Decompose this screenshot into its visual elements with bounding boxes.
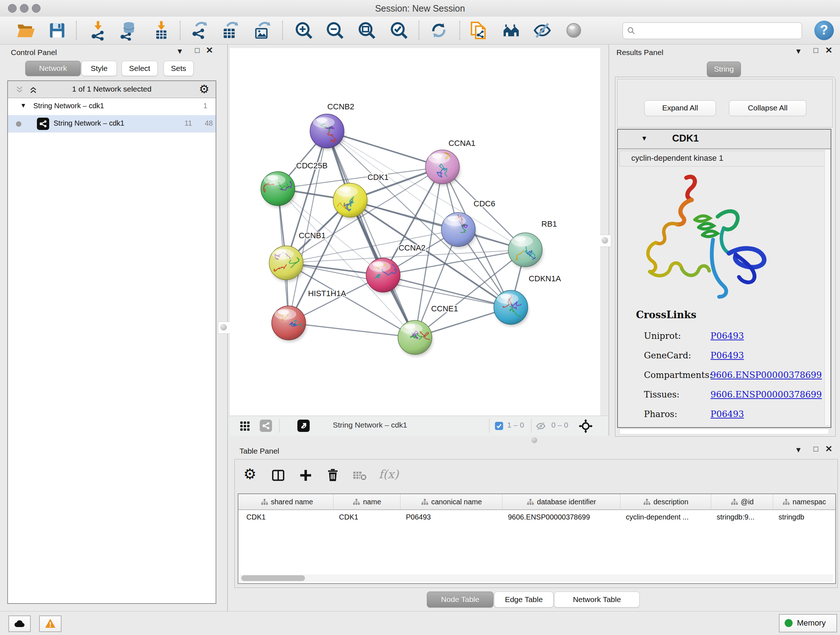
network-edge[interactable] [289,323,415,337]
network-node-hist1h1a[interactable]: HIST1H1A [272,289,346,342]
crosslink-pharos-link[interactable]: P06493 [711,409,744,419]
column-header--id[interactable]: @id [711,494,773,509]
selected-checkbox-icon[interactable] [494,421,504,431]
results-panel-float-icon[interactable]: □ [810,46,821,55]
horizontal-splitter[interactable] [230,435,840,445]
network-collection-count: 1 [203,102,207,110]
tab-node-table[interactable]: Node Table [427,592,493,608]
network-share-view-icon[interactable] [260,420,272,432]
network-node-ccne1[interactable]: CCNE1 [398,304,458,356]
zoom-in-icon[interactable] [294,20,314,41]
birds-eye-view-icon[interactable] [578,418,593,434]
open-session-icon[interactable] [15,20,35,41]
gene-header-row[interactable]: ▼ CDK1 [618,130,831,149]
column-header-namespac[interactable]: namespac [773,494,835,509]
help-icon[interactable]: ? [814,21,834,40]
table-panel-menu-icon[interactable]: ▾ [793,445,804,455]
results-panel-close-icon[interactable]: ✕ [823,45,834,55]
tree-expander-icon[interactable]: ▼ [20,102,27,109]
control-panel-float-icon[interactable]: □ [192,46,202,55]
delete-column-icon[interactable] [325,467,340,483]
table-cell[interactable]: stringdb [778,509,834,529]
create-column-icon[interactable] [298,468,313,483]
warning-status-button[interactable] [39,616,62,632]
crosslink-genecard-link[interactable]: P06493 [711,350,744,361]
tab-edge-table[interactable]: Edge Table [494,592,554,608]
table-options-gear-icon[interactable]: ⚙ [243,468,256,480]
save-session-icon[interactable] [47,20,67,41]
tab-string-results[interactable]: String [707,62,741,77]
network-node-cdc25b[interactable]: CDC25B [261,161,327,207]
crosslink-tissues-link[interactable]: 9606.ENSP00000378699 [711,390,822,400]
table-scrollbar-thumb[interactable] [241,575,305,581]
table-panel-float-icon[interactable]: □ [810,445,821,453]
column-header-description[interactable]: description [620,494,711,509]
crosslink-compartments-link[interactable]: 9606.ENSP00000378699 [711,370,822,380]
control-panel-menu-icon[interactable]: ▾ [174,46,185,56]
network-edge[interactable] [383,275,511,307]
expand-all-button[interactable]: Expand All [644,100,716,116]
column-header-label: shared name [271,498,313,506]
import-network-database-icon[interactable] [118,20,138,41]
column-header-canonical-name[interactable]: canonical name [400,494,502,509]
table-cell[interactable]: 9606.ENSP00000378699 [508,509,619,529]
search-input[interactable] [639,24,797,36]
tab-network-table[interactable]: Network Table [554,592,639,608]
network-tree-root-row[interactable]: ▼ String Network – cdk1 1 [8,98,216,115]
grid-view-icon[interactable] [239,420,251,432]
network-node-ccnb1[interactable]: CCNB1 [269,231,325,282]
network-tree-child-row[interactable]: String Network – cdk1 11 48 [8,115,216,133]
collapse-all-button[interactable]: Collapse All [729,100,806,116]
right-splitter-handle[interactable] [599,234,611,247]
table-cell[interactable]: P06493 [406,509,501,529]
column-header-shared-name[interactable]: shared name [240,494,333,509]
network-options-gear-icon[interactable]: ⚙ [199,83,210,95]
first-neighbors-icon[interactable] [501,20,521,41]
control-panel-close-icon[interactable]: ✕ [204,45,215,55]
tab-sets[interactable]: Sets [164,61,194,76]
refresh-network-icon[interactable] [429,20,449,41]
table-cell[interactable]: cyclin-dependent ... [626,509,709,529]
memory-button[interactable]: Memory [779,614,837,632]
export-table-icon[interactable] [220,20,240,41]
table-horizontal-scrollbar[interactable] [239,575,833,582]
table-panel-close-icon[interactable]: ✕ [823,444,834,454]
table-cell[interactable]: stringdb:9... [717,509,771,529]
hide-selected-icon[interactable] [532,20,553,41]
left-splitter-handle[interactable] [218,321,230,334]
search-field [622,22,802,39]
tab-network[interactable]: Network [25,61,81,76]
duplicate-network-icon[interactable] [468,20,488,41]
network-node-rb1[interactable]: RB1 [508,219,557,269]
zoom-out-icon[interactable] [325,20,345,41]
show-all-icon[interactable] [564,20,584,41]
cloud-status-button[interactable] [8,616,31,632]
results-panel-menu-icon[interactable]: ▾ [793,46,804,56]
export-image-icon[interactable] [253,20,273,41]
results-horizontal-scrollbar[interactable] [619,429,829,434]
horizontal-splitter-handle[interactable] [531,437,537,443]
tab-select[interactable]: Select [122,61,158,76]
gene-expander-icon[interactable]: ▼ [641,135,647,142]
import-network-file-icon[interactable] [88,20,108,41]
zoom-selected-icon[interactable] [389,20,409,41]
zoom-fit-icon[interactable] [357,20,377,41]
export-network-icon[interactable] [189,20,210,41]
network-node-cdk1[interactable]: CDK1 [333,173,388,219]
network-node-cdkn1a[interactable]: CDKN1A [494,274,561,326]
results-vertical-scrollbar[interactable] [824,150,829,425]
crosslink-label: Tissues: [644,390,679,400]
import-table-icon[interactable] [151,20,172,41]
network-canvas[interactable]: CCNB2CCNA1CDC25BCDK1CDC6RB1CCNB1CCNA2CDK… [230,48,600,416]
network-node-cdc6[interactable]: CDC6 [441,199,495,249]
crosslink-uniprot-link[interactable]: P06493 [711,331,744,341]
show-columns-icon[interactable] [271,468,286,483]
column-header-name[interactable]: name [333,494,401,509]
detach-view-icon[interactable] [297,420,309,432]
network-node-ccna1[interactable]: CCNA1 [425,139,475,186]
table-cell[interactable]: CDK1 [246,509,332,529]
network-node-ccnb2[interactable]: CCNB2 [310,102,354,150]
tab-style[interactable]: Style [81,61,117,76]
table-cell[interactable]: CDK1 [339,509,399,529]
column-header-database-identifier[interactable]: database identifier [502,494,621,509]
